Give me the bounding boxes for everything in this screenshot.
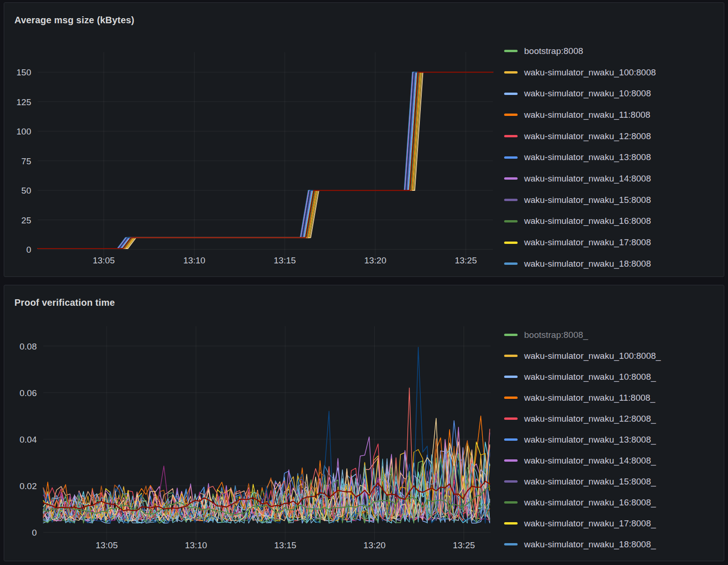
legend-item[interactable]: waku-simulator_nwaku_100:8008 bbox=[504, 62, 656, 83]
legend-item[interactable]: waku-simulator_nwaku_18:8008_ bbox=[504, 534, 661, 555]
legend-item-label: waku-simulator_nwaku_15:8008 bbox=[524, 195, 651, 205]
legend-item[interactable]: waku-simulator_nwaku_100:8008_ bbox=[504, 345, 661, 366]
y-tick-label: 75 bbox=[21, 156, 31, 166]
panel-title[interactable]: Average msg size (kBytes) bbox=[14, 15, 135, 26]
series-line-waku-simulator_nwaku_13:8008 bbox=[38, 72, 493, 249]
y-tick-label: 25 bbox=[21, 215, 31, 225]
legend-swatch bbox=[504, 93, 518, 95]
legend-swatch bbox=[504, 355, 518, 357]
legend-item-label: waku-simulator_nwaku_16:8008_ bbox=[524, 498, 656, 508]
x-tick-label: 13:10 bbox=[185, 540, 207, 550]
x-tick-label: 13:15 bbox=[274, 256, 296, 265]
y-tick-label: 0.08 bbox=[20, 342, 37, 351]
series-line-waku-simulator_nwaku_11:8008 bbox=[38, 72, 493, 249]
legend-item-label: waku-simulator_nwaku_13:8008_ bbox=[524, 435, 656, 445]
legend-item[interactable]: waku-simulator_nwaku_16:8008_ bbox=[504, 492, 661, 513]
x-tick-label: 13:25 bbox=[453, 540, 475, 550]
series-line-waku-simulator_nwaku_18:8008 bbox=[38, 72, 493, 249]
legend-item[interactable]: waku-simulator_nwaku_13:8008 bbox=[504, 147, 656, 168]
series-line-series-cream-clipped-legend bbox=[38, 72, 493, 249]
legend-item[interactable]: waku-simulator_nwaku_18:8008 bbox=[504, 253, 656, 275]
legend-swatch bbox=[504, 262, 518, 265]
legend-swatch bbox=[504, 242, 518, 244]
panel-avg-msg-size: 025507510012515013:0513:1013:1513:2013:2… bbox=[4, 2, 724, 277]
legend-item[interactable]: waku-simulator_nwaku_14:8008_ bbox=[504, 450, 661, 471]
y-tick-label: 125 bbox=[16, 97, 31, 107]
legend-swatch bbox=[504, 397, 518, 399]
legend-item-label: waku-simulator_nwaku_100:8008 bbox=[524, 67, 656, 78]
legend-item[interactable]: waku-simulator_nwaku_16:8008 bbox=[504, 211, 656, 232]
legend-swatch bbox=[504, 334, 518, 336]
legend-item-label: waku-simulator_nwaku_100:8008_ bbox=[524, 351, 661, 361]
y-tick-label: 0.02 bbox=[20, 481, 37, 491]
gridlines bbox=[38, 52, 493, 258]
y-tick-label: 100 bbox=[16, 127, 31, 136]
legend-item[interactable]: waku-simulator_nwaku_15:8008 bbox=[504, 189, 656, 211]
series-line-waku-simulator_nwaku_12:8008 bbox=[38, 72, 493, 249]
legend-swatch bbox=[504, 156, 518, 159]
y-tick-label: 0 bbox=[32, 528, 37, 538]
series-line-series-navy-clipped-legend bbox=[38, 72, 493, 249]
legend-item-label: waku-simulator_nwaku_12:8008 bbox=[524, 131, 651, 141]
legend-item-label: bootstrap:8008_ bbox=[524, 330, 588, 340]
legend-item-label: waku-simulator_nwaku_10:8008 bbox=[524, 88, 651, 99]
x-tick-label: 13:05 bbox=[93, 256, 115, 265]
legend-item-label: waku-simulator_nwaku_18:8008_ bbox=[524, 539, 656, 550]
legend-item[interactable]: waku-simulator_nwaku_17:8008 bbox=[504, 232, 656, 253]
legend-avg-msg-size: bootstrap:8008waku-simulator_nwaku_100:8… bbox=[504, 40, 656, 275]
series-line-series-darkorange-clipped-legend bbox=[38, 72, 493, 249]
legend-item[interactable]: waku-simulator_nwaku_12:8008 bbox=[504, 126, 656, 147]
legend-item[interactable]: waku-simulator_nwaku_12:8008_ bbox=[504, 408, 661, 429]
legend-swatch bbox=[504, 543, 518, 545]
x-tick-label: 13:25 bbox=[455, 256, 477, 265]
legend-swatch bbox=[504, 522, 518, 525]
legend-item-label: waku-simulator_nwaku_14:8008_ bbox=[524, 456, 656, 466]
series-line-waku-simulator_nwaku_14:8008 bbox=[38, 72, 493, 249]
legend-item-label: waku-simulator_nwaku_13:8008 bbox=[524, 152, 651, 162]
legend-item[interactable]: waku-simulator_nwaku_11:8008_ bbox=[504, 387, 661, 408]
legend-swatch bbox=[504, 438, 518, 441]
legend-item[interactable]: bootstrap:8008 bbox=[504, 40, 656, 62]
legend-item-label: waku-simulator_nwaku_17:8008 bbox=[524, 237, 651, 248]
y-tick-label: 0.06 bbox=[20, 388, 37, 398]
legend-swatch bbox=[504, 480, 518, 483]
x-tick-label: 13:20 bbox=[364, 540, 386, 550]
x-tick-label: 13:10 bbox=[183, 256, 206, 265]
legend-swatch bbox=[504, 114, 518, 116]
legend-item[interactable]: waku-simulator_nwaku_14:8008 bbox=[504, 168, 656, 189]
legend-item-label: waku-simulator_nwaku_18:8008 bbox=[524, 259, 651, 269]
x-tick-label: 13:20 bbox=[364, 256, 386, 265]
legend-swatch bbox=[504, 50, 518, 52]
panel-proof-verification-time: 00.020.040.060.0813:0513:1013:1513:2013:… bbox=[4, 285, 724, 561]
legend-item[interactable]: waku-simulator_nwaku_15:8008_ bbox=[504, 471, 661, 492]
y-tick-label: 0 bbox=[26, 245, 31, 255]
legend-swatch bbox=[504, 376, 518, 378]
series-line-waku-simulator_nwaku_16:8008 bbox=[38, 72, 493, 249]
series-line-waku-simulator_nwaku_17:8008 bbox=[38, 72, 493, 249]
legend-item-label: waku-simulator_nwaku_16:8008 bbox=[524, 216, 651, 226]
series-line-bootstrap:8008 bbox=[38, 72, 493, 249]
y-tick-label: 0.04 bbox=[20, 435, 37, 444]
legend-item[interactable]: waku-simulator_nwaku_13:8008_ bbox=[504, 429, 661, 450]
legend-swatch bbox=[504, 71, 518, 74]
legend-item[interactable]: bootstrap:8008_ bbox=[504, 324, 661, 345]
x-tick-label: 13:05 bbox=[95, 540, 118, 550]
panel-title[interactable]: Proof verification time bbox=[14, 297, 115, 308]
x-tick-label: 13:15 bbox=[274, 540, 297, 550]
series-line-waku-simulator_nwaku_15:8008 bbox=[38, 72, 493, 249]
legend-item-label: waku-simulator_nwaku_12:8008_ bbox=[524, 414, 656, 424]
legend-item-label: waku-simulator_nwaku_11:8008 bbox=[524, 110, 650, 120]
series-line-series-darkred-clipped-legend bbox=[38, 72, 493, 249]
y-tick-label: 50 bbox=[21, 186, 31, 195]
legend-item[interactable]: waku-simulator_nwaku_10:8008_ bbox=[504, 366, 661, 387]
legend-item-label: bootstrap:8008 bbox=[524, 46, 583, 56]
legend-item[interactable]: waku-simulator_nwaku_10:8008 bbox=[504, 83, 656, 104]
legend-swatch bbox=[504, 220, 518, 222]
series-line-waku-simulator_nwaku_10:8008 bbox=[38, 72, 493, 249]
legend-item[interactable]: waku-simulator_nwaku_11:8008 bbox=[504, 104, 656, 126]
legend-item[interactable]: waku-simulator_nwaku_17:8008_ bbox=[504, 513, 661, 534]
series-line-waku-simulator_nwaku_100:8008 bbox=[38, 72, 493, 249]
legend-swatch bbox=[504, 501, 518, 504]
legend-item-label: waku-simulator_nwaku_14:8008 bbox=[524, 174, 651, 184]
legend-swatch bbox=[504, 177, 518, 180]
